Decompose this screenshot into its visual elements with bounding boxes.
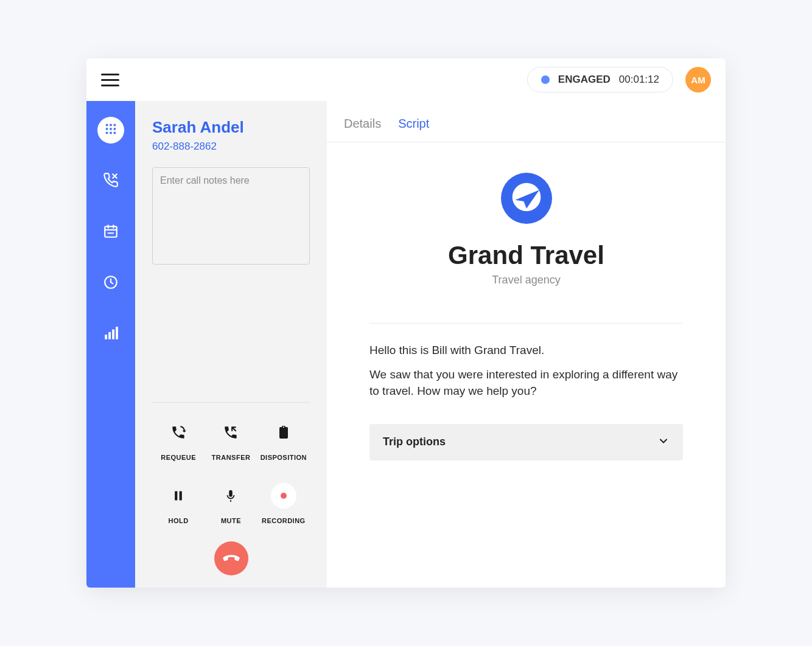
requeue-button[interactable]: REQUEUE — [152, 420, 205, 461]
tabs: Details Script — [327, 101, 726, 142]
mic-icon — [218, 483, 243, 509]
phone-hangup-icon — [222, 548, 240, 569]
disposition-button[interactable]: DISPOSITION — [257, 420, 310, 461]
svg-point-5 — [113, 128, 116, 130]
sidebar-item-history[interactable] — [97, 270, 124, 297]
svg-point-3 — [106, 128, 108, 130]
recording-button[interactable]: RECORDING — [257, 483, 310, 524]
calendar-icon — [103, 223, 119, 241]
clipboard-icon — [271, 420, 296, 445]
svg-point-0 — [106, 124, 108, 127]
app-window: ENGAGED 00:01:12 AM — [86, 58, 726, 588]
trip-options-accordion[interactable]: Trip options — [369, 424, 683, 460]
script-line-1: Hello this is Bill with Grand Travel. — [369, 342, 683, 359]
sidebar — [86, 101, 135, 588]
svg-point-1 — [110, 124, 112, 127]
stats-icon — [103, 325, 119, 344]
mute-button[interactable]: MUTE — [205, 483, 257, 524]
svg-point-2 — [113, 124, 116, 127]
svg-rect-13 — [112, 330, 114, 339]
tab-details[interactable]: Details — [344, 117, 381, 131]
script-body: Grand Travel Travel agency Hello this is… — [327, 142, 726, 479]
hangup-button[interactable] — [214, 541, 248, 575]
recording-label: RECORDING — [262, 517, 306, 524]
status-label: ENGAGED — [558, 74, 611, 86]
script-text: Hello this is Bill with Grand Travel. We… — [369, 342, 683, 400]
clock-icon — [103, 274, 119, 293]
svg-rect-15 — [175, 491, 177, 501]
content-panel: Details Script Grand Travel Travel agenc… — [327, 101, 726, 588]
dialpad-icon — [104, 122, 117, 138]
topbar-right: ENGAGED 00:01:12 AM — [527, 67, 711, 92]
svg-point-8 — [113, 131, 116, 134]
pause-icon — [166, 483, 191, 509]
record-icon — [271, 483, 296, 509]
sidebar-item-dialpad[interactable] — [97, 117, 124, 144]
svg-rect-9 — [105, 226, 117, 237]
hold-label: HOLD — [169, 517, 189, 524]
avatar[interactable]: AM — [685, 67, 711, 92]
call-notes-input[interactable] — [152, 167, 310, 265]
sidebar-item-calendar[interactable] — [97, 219, 124, 246]
chevron-down-icon — [657, 435, 670, 450]
main: Sarah Andel 602-888-2862 REQUEUE — [86, 101, 726, 588]
svg-point-6 — [106, 131, 108, 134]
svg-rect-14 — [116, 327, 118, 339]
call-controls: REQUEUE TRANSFER DISPOSITION — [152, 402, 310, 575]
script-line-2: We saw that you were interested in explo… — [369, 366, 683, 400]
transfer-icon — [218, 420, 243, 445]
svg-rect-11 — [105, 335, 107, 339]
avatar-initials: AM — [691, 75, 705, 85]
requeue-label: REQUEUE — [161, 454, 196, 461]
status-pill[interactable]: ENGAGED 00:01:12 — [527, 67, 673, 92]
tab-script[interactable]: Script — [398, 117, 429, 131]
caller-name: Sarah Andel — [152, 118, 310, 137]
status-dot-icon — [541, 75, 550, 84]
mute-label: MUTE — [221, 517, 241, 524]
menu-button[interactable] — [101, 74, 119, 86]
call-panel: Sarah Andel 602-888-2862 REQUEUE — [135, 101, 327, 588]
sidebar-item-calls[interactable] — [97, 168, 124, 195]
svg-point-4 — [110, 128, 112, 130]
requeue-icon — [166, 420, 191, 445]
org-subtitle: Travel agency — [369, 274, 683, 287]
plane-icon — [509, 180, 544, 217]
disposition-label: DISPOSITION — [261, 454, 307, 461]
svg-point-7 — [110, 131, 112, 134]
status-timer: 00:01:12 — [619, 74, 659, 86]
caller-phone: 602-888-2862 — [152, 141, 310, 153]
svg-rect-12 — [108, 332, 111, 339]
topbar: ENGAGED 00:01:12 AM — [86, 58, 726, 101]
hold-button[interactable]: HOLD — [152, 483, 205, 524]
call-out-icon — [103, 172, 119, 190]
transfer-button[interactable]: TRANSFER — [205, 420, 257, 461]
transfer-label: TRANSFER — [212, 454, 251, 461]
org-title: Grand Travel — [369, 241, 683, 270]
org-logo — [501, 173, 552, 224]
accordion-title: Trip options — [383, 436, 446, 448]
svg-rect-16 — [180, 491, 182, 501]
sidebar-item-stats[interactable] — [97, 321, 124, 348]
divider — [369, 323, 683, 324]
